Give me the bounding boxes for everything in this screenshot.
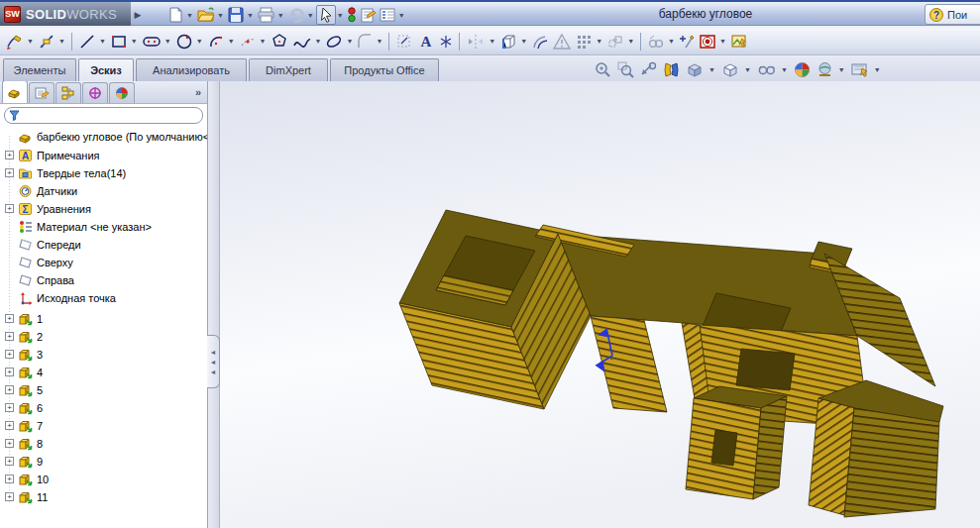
tab-dimxpert[interactable]: DimXpert [249,58,328,81]
dropdown-arrow-icon[interactable]: ▼ [196,38,203,45]
tree-item-5[interactable]: +5 [0,381,43,398]
zoom-to-area-icon[interactable] [615,58,636,80]
tree-item-6[interactable]: +6 [0,399,43,416]
featuremanager-tree-tab[interactable] [2,81,28,103]
dropdown-arrow-icon[interactable]: ▼ [398,12,405,19]
smart-dimension-icon[interactable] [36,30,57,53]
tree-item-2[interactable]: +2 [0,328,43,345]
quick-snaps-icon[interactable] [697,30,718,53]
manager-tab-overflow[interactable]: » [195,86,201,98]
hide-show-items-icon[interactable] [755,58,778,80]
tree-filter-input[interactable] [4,107,203,124]
tree-item-9[interactable]: +9 [0,453,43,470]
open-document-icon[interactable] [195,5,216,25]
expander-icon[interactable]: + [5,204,14,213]
dropdown-arrow-icon[interactable]: ▼ [277,12,284,19]
slot-icon[interactable] [140,30,163,53]
centerpoint-arc-icon[interactable] [205,30,227,53]
tree-item-1[interactable]: +1 [0,310,43,327]
dropdown-arrow-icon[interactable]: ▼ [874,66,881,73]
warning-icon[interactable] [551,30,573,53]
trim-entities-icon[interactable] [393,30,415,53]
dropdown-arrow-icon[interactable]: ▼ [520,38,527,45]
point-icon[interactable] [437,30,455,53]
expander-icon[interactable]: + [5,385,14,394]
tab-evaluate[interactable]: Анализировать [136,58,247,81]
dropdown-arrow-icon[interactable]: ▼ [131,38,138,45]
dropdown-arrow-icon[interactable]: ▼ [58,38,65,45]
polygon-icon[interactable] [269,30,290,53]
right-block-shaded-face[interactable] [844,408,939,517]
mirror-entities-icon[interactable] [464,30,488,53]
zoom-to-fit-icon[interactable] [593,58,613,80]
dimxpertmanager-tab[interactable] [82,82,108,103]
expander-icon[interactable]: + [5,403,14,412]
circle-icon[interactable] [173,30,195,53]
dropdown-arrow-icon[interactable]: ▼ [247,12,254,19]
expander-icon[interactable]: + [5,314,14,323]
view-orientation-icon[interactable] [684,58,706,80]
scatter-points-icon[interactable] [237,30,259,53]
dropdown-arrow-icon[interactable]: ▼ [668,38,675,45]
offset-entities-icon[interactable] [529,30,551,53]
repair-sketch-icon[interactable] [677,30,697,53]
line-icon[interactable] [76,30,98,53]
display-relations-icon[interactable] [645,30,667,53]
tree-item-annotations[interactable]: + A Примечания [0,147,100,163]
tree-item-material[interactable]: Материал <не указан> [0,218,152,235]
report-icon[interactable] [358,5,378,25]
tab-elements[interactable]: Элементы [3,58,76,81]
expander-icon[interactable]: + [5,492,14,501]
tree-item-top-plane[interactable]: Сверху [0,254,73,270]
tree-item-equations[interactable]: + Σ Уравнения [0,200,91,217]
expander-icon[interactable]: + [5,332,14,341]
dropdown-arrow-icon[interactable]: ▼ [260,38,267,45]
tree-root-part[interactable]: барбекю угловое (По умолчанию<< [0,128,207,145]
tree-item-4[interactable]: +4 [0,364,43,380]
menu-expand-arrow-icon[interactable]: ▶ [132,5,144,25]
front-wall-window[interactable] [736,349,795,390]
expander-icon[interactable]: + [5,368,14,376]
dropdown-arrow-icon[interactable]: ▼ [708,66,715,73]
dropdown-arrow-icon[interactable]: ▼ [228,38,235,45]
expander-icon[interactable]: + [5,475,14,483]
dropdown-arrow-icon[interactable]: ▼ [315,38,322,45]
expander-icon[interactable]: + [5,457,14,466]
dropdown-arrow-icon[interactable]: ▼ [346,38,353,45]
expander-icon[interactable]: + [5,421,14,430]
graphics-area[interactable] [220,81,980,528]
new-document-icon[interactable] [166,5,185,25]
fillet-icon[interactable] [355,30,375,53]
section-view-icon[interactable] [661,58,682,80]
dropdown-arrow-icon[interactable]: ▼ [99,38,106,45]
text-icon[interactable]: A [415,30,437,53]
tree-item-7[interactable]: +7 [0,417,43,434]
dropdown-arrow-icon[interactable]: ▼ [781,66,788,73]
save-icon[interactable] [226,5,246,25]
dropdown-arrow-icon[interactable]: ▼ [596,38,602,45]
display-style-icon[interactable] [719,58,741,80]
configurationmanager-tab[interactable] [55,82,81,103]
dropdown-arrow-icon[interactable]: ▼ [719,38,726,45]
rectangle-icon[interactable] [108,30,130,53]
tree-item-front-plane[interactable]: Спереди [0,236,81,253]
dropdown-arrow-icon[interactable]: ▼ [27,38,34,45]
dropdown-arrow-icon[interactable]: ▼ [376,38,382,45]
dropdown-arrow-icon[interactable]: ▼ [164,38,171,45]
print-icon[interactable] [256,5,276,25]
expander-icon[interactable]: + [5,168,14,177]
tree-item-3[interactable]: +3 [0,346,43,363]
dropdown-arrow-icon[interactable]: ▼ [337,12,344,19]
tab-office-products[interactable]: Продукты Office [330,58,439,81]
expander-icon[interactable]: + [5,439,14,448]
dropdown-arrow-icon[interactable]: ▼ [744,66,751,73]
tab-sketch[interactable]: Эскиз [78,58,134,81]
view-settings-icon[interactable] [849,58,871,80]
tree-item-solid-bodies[interactable]: + Твердые тела(14) [0,164,126,181]
panel-collapse-handle[interactable]: ◄ ◄ ◄ [207,335,220,388]
ellipse-icon[interactable] [323,30,345,53]
help-search-button[interactable]: ? Пои [925,4,980,25]
tree-item-11[interactable]: +11 [0,488,48,504]
zoom-previous-icon[interactable] [638,58,659,80]
expander-icon[interactable]: + [5,350,14,359]
